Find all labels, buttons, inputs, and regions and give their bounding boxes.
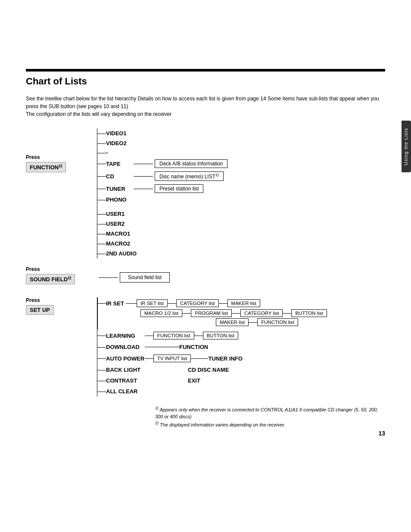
autopower-box1: TV INPUT list (153, 355, 191, 362)
setup-item-learning: LEARNING FUNCTION list BUTTON list (97, 330, 385, 342)
backlight-label: BACK LIGHT (106, 367, 145, 373)
setup-button-label: SET UP (26, 305, 54, 315)
tree-item-video2: VIDEO2 (97, 138, 385, 148)
function-button-label: FUNCTION2) (26, 162, 66, 172)
irset-label: IR SET (106, 300, 124, 307)
irset-box3: MAKER list (227, 299, 260, 307)
autopower-right: TUNER INFO (208, 355, 242, 362)
intro-line1: See the treelike chart below for the lis… (26, 95, 379, 110)
setup-vertical-tree: IR SET IR SET list CATEGORY list MAKER l… (97, 297, 385, 397)
sound-field-press-col: Press SOUND FIELD2) (26, 266, 97, 289)
tree-item-user2: USER2 (97, 219, 385, 229)
tree-item-cd: CD Disc name (memo) LIST1) (97, 170, 385, 183)
irset-c3 (219, 303, 227, 304)
irset-sub-box2: PROGRAM list (191, 309, 232, 317)
setup-item-allclear: ALL CLEAR (97, 386, 385, 397)
learning-label: LEARNING (106, 333, 145, 339)
setup-item-backlight: BACK LIGHT CD DISC NAME (97, 364, 385, 375)
irset-box1: IR SET list (137, 299, 168, 307)
learning-c2 (194, 336, 203, 336)
autopower-c2 (191, 358, 208, 359)
setup-row: Press SET UP IR SET IR SET list (26, 297, 385, 397)
cd-sub-box: Disc name (memo) LIST1) (155, 171, 224, 181)
intro-line2: The configuration of the lists will vary… (26, 110, 379, 118)
irset-sub2-box2: FUNCTION list (257, 318, 298, 326)
tree-label-2ndaudio: 2ND AUDIO (106, 250, 137, 257)
sound-field-section: Press SOUND FIELD2) Sound field list (26, 266, 385, 289)
function-press-label: Press (26, 154, 97, 160)
tree-dot: · (97, 148, 385, 158)
tree-item-tape: TAPE Deck A/B status information (97, 158, 385, 170)
setup-section: Press SET UP IR SET IR SET list (26, 297, 385, 397)
contrast-label: CONTRAST (106, 377, 145, 384)
intro-text: See the treelike chart below for the lis… (26, 95, 379, 118)
irset-c2 (168, 303, 176, 304)
spacer1 (97, 205, 385, 209)
download-label: DOWNLOAD (106, 344, 145, 350)
setup-press-col: Press SET UP (26, 297, 97, 319)
irset-c1 (126, 303, 137, 304)
tree-label-cd: CD (106, 173, 132, 180)
tree-item-tuner: TUNER Preset station list (97, 183, 385, 195)
setup-item-irset: IR SET IR SET list CATEGORY list MAKER l… (97, 297, 385, 330)
tree-label-video2: VIDEO2 (106, 140, 127, 146)
irset-sub-chain2: MAKER list FUNCTION list (216, 318, 385, 326)
download-right: FUNCTION (179, 344, 208, 350)
sound-field-connector (99, 277, 118, 278)
tape-connector (134, 164, 153, 164)
function-press-col: Press FUNCTION2) (26, 128, 97, 177)
tree-item-macro1: MACRO1 (97, 229, 385, 239)
tree-label-macro1: MACRO1 (106, 230, 130, 237)
footnote-1: 1) Appears only when the receiver is con… (155, 405, 385, 420)
top-bar (26, 69, 385, 72)
tree-label-phono: PHONO (106, 196, 127, 203)
tape-sub-box: Deck A/B status information (155, 159, 227, 168)
setup-press-label: Press (26, 297, 97, 303)
irset-sub-chain1: MACRO 1/2 list PROGRAM list CATEGORY lis… (140, 309, 385, 317)
tree-item-2ndaudio: 2ND AUDIO (97, 249, 385, 258)
irset-sc3 (283, 313, 291, 314)
page-container: Using the Lists Chart of Lists See the t… (0, 0, 411, 445)
setup-item-contrast: CONTRAST EXIT (97, 375, 385, 386)
irset-sub-box1: MACRO 1/2 list (140, 309, 182, 317)
irset-sc2 (232, 313, 240, 314)
tree-label-video1: VIDEO1 (106, 130, 127, 137)
sound-field-row: Press SOUND FIELD2) Sound field list (26, 266, 385, 289)
sound-field-button: SOUND FIELD2) (26, 274, 75, 284)
footnote-2: 2) The displayed information varies depe… (155, 420, 385, 428)
irset-sub-box3: CATEGORY list (240, 309, 283, 317)
page-title: Chart of Lists (26, 76, 385, 87)
irset-sc1 (182, 313, 191, 314)
irset-box2: CATEGORY list (176, 299, 219, 307)
learning-box2: BUTTON list (203, 332, 238, 339)
function-section: Press FUNCTION2) VIDEO1 VIDEO2 · TAPE (26, 128, 385, 258)
setup-item-download: DOWNLOAD FUNCTION (97, 342, 385, 352)
tuner-sub-box: Preset station list (155, 184, 203, 193)
backlight-right: CD DISC NAME (188, 367, 229, 373)
tree-label-tape: TAPE (106, 161, 132, 167)
irset-main-chain: IR SET IR SET list CATEGORY list MAKER l… (106, 299, 385, 307)
download-c1 (145, 347, 179, 347)
page-number: 13 (378, 430, 385, 437)
tree-label-tuner: TUNER (106, 186, 132, 192)
irset-sub-box4: BUTTON list (291, 309, 327, 317)
tree-item-user1: USER1 (97, 209, 385, 219)
tree-label-user2: USER2 (106, 221, 125, 227)
sound-field-press-label: Press (26, 266, 97, 272)
autopower-c1 (145, 358, 153, 359)
learning-box1: FUNCTION list (153, 332, 194, 339)
allclear-label: ALL CLEAR (106, 388, 137, 395)
tuner-connector (134, 189, 153, 189)
tree-label-macro2: MACRO2 (106, 240, 130, 247)
contrast-right: EXIT (188, 377, 200, 384)
irset-sub2-box1: MAKER list (216, 318, 249, 326)
side-tab: Using the Lists (402, 121, 411, 172)
autopower-label: AUTO POWER (106, 355, 145, 362)
function-tree: VIDEO1 VIDEO2 · TAPE Deck A/B status inf… (97, 128, 385, 258)
tree-label-user1: USER1 (106, 211, 125, 217)
tree-item-video1: VIDEO1 (97, 128, 385, 138)
setup-item-autopower: AUTO POWER TV INPUT list TUNER INFO (97, 352, 385, 364)
irset-sc4 (249, 322, 257, 323)
side-tab-label: Using the Lists (403, 128, 409, 165)
cd-connector (134, 176, 153, 177)
